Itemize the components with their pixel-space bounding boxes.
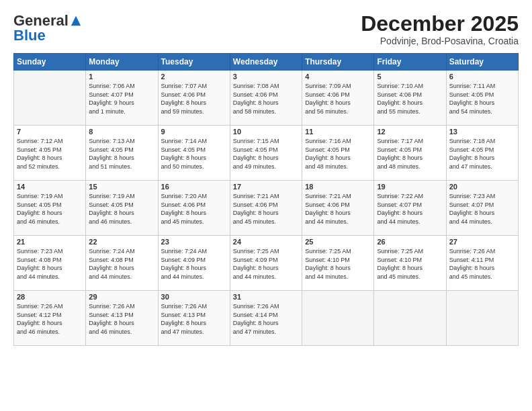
col-header-monday: Monday xyxy=(86,54,158,71)
day-cell: 15Sunrise: 7:19 AMSunset: 4:05 PMDayligh… xyxy=(86,181,158,236)
day-info: Sunrise: 7:20 AMSunset: 4:06 PMDaylight:… xyxy=(161,192,227,226)
day-info: Sunrise: 7:23 AMSunset: 4:08 PMDaylight:… xyxy=(17,247,83,281)
day-cell: 4Sunrise: 7:09 AMSunset: 4:06 PMDaylight… xyxy=(302,71,374,126)
week-row-4: 21Sunrise: 7:23 AMSunset: 4:08 PMDayligh… xyxy=(14,236,519,291)
day-info: Sunrise: 7:11 AMSunset: 4:05 PMDaylight:… xyxy=(449,82,515,116)
title-block: December 2025 Podvinje, Brod-Posavina, C… xyxy=(361,12,519,46)
day-cell: 26Sunrise: 7:25 AMSunset: 4:10 PMDayligh… xyxy=(374,236,446,291)
day-cell: 1Sunrise: 7:06 AMSunset: 4:07 PMDaylight… xyxy=(86,71,158,126)
day-cell: 29Sunrise: 7:26 AMSunset: 4:13 PMDayligh… xyxy=(86,291,158,346)
day-info: Sunrise: 7:12 AMSunset: 4:05 PMDaylight:… xyxy=(17,137,83,171)
calendar-table: SundayMondayTuesdayWednesdayThursdayFrid… xyxy=(13,53,519,346)
svg-marker-0 xyxy=(71,16,81,26)
day-cell: 20Sunrise: 7:23 AMSunset: 4:07 PMDayligh… xyxy=(446,181,518,236)
day-cell xyxy=(302,291,374,346)
day-cell: 17Sunrise: 7:21 AMSunset: 4:06 PMDayligh… xyxy=(230,181,302,236)
day-number: 14 xyxy=(17,183,83,191)
day-info: Sunrise: 7:26 AMSunset: 4:13 PMDaylight:… xyxy=(161,302,227,336)
day-cell: 14Sunrise: 7:19 AMSunset: 4:05 PMDayligh… xyxy=(14,181,86,236)
day-info: Sunrise: 7:18 AMSunset: 4:05 PMDaylight:… xyxy=(449,137,515,171)
week-row-2: 7Sunrise: 7:12 AMSunset: 4:05 PMDaylight… xyxy=(14,126,519,181)
week-row-1: 1Sunrise: 7:06 AMSunset: 4:07 PMDaylight… xyxy=(14,71,519,126)
day-info: Sunrise: 7:07 AMSunset: 4:06 PMDaylight:… xyxy=(161,82,227,116)
day-cell: 7Sunrise: 7:12 AMSunset: 4:05 PMDaylight… xyxy=(14,126,86,181)
day-info: Sunrise: 7:26 AMSunset: 4:14 PMDaylight:… xyxy=(233,302,299,336)
day-number: 21 xyxy=(17,238,83,246)
day-cell: 3Sunrise: 7:08 AMSunset: 4:06 PMDaylight… xyxy=(230,71,302,126)
day-cell: 5Sunrise: 7:10 AMSunset: 4:06 PMDaylight… xyxy=(374,71,446,126)
day-number: 15 xyxy=(89,183,154,191)
day-info: Sunrise: 7:06 AMSunset: 4:07 PMDaylight:… xyxy=(89,82,154,116)
day-number: 9 xyxy=(161,128,227,136)
col-header-sunday: Sunday xyxy=(14,54,86,71)
day-info: Sunrise: 7:19 AMSunset: 4:05 PMDaylight:… xyxy=(89,192,154,226)
day-info: Sunrise: 7:24 AMSunset: 4:09 PMDaylight:… xyxy=(161,247,227,281)
day-info: Sunrise: 7:26 AMSunset: 4:13 PMDaylight:… xyxy=(89,302,154,336)
day-cell: 6Sunrise: 7:11 AMSunset: 4:05 PMDaylight… xyxy=(446,71,518,126)
day-number: 17 xyxy=(233,183,299,191)
header: General Blue December 2025 Podvinje, Bro… xyxy=(13,12,519,46)
logo-blue-text: Blue xyxy=(13,27,46,44)
col-header-wednesday: Wednesday xyxy=(230,54,302,71)
day-cell: 11Sunrise: 7:16 AMSunset: 4:05 PMDayligh… xyxy=(302,126,374,181)
day-cell: 19Sunrise: 7:22 AMSunset: 4:07 PMDayligh… xyxy=(374,181,446,236)
day-number: 22 xyxy=(89,238,154,246)
subtitle: Podvinje, Brod-Posavina, Croatia xyxy=(361,36,519,46)
logo: General Blue xyxy=(13,12,82,44)
day-info: Sunrise: 7:15 AMSunset: 4:05 PMDaylight:… xyxy=(233,137,299,171)
logo-icon xyxy=(70,15,82,27)
day-cell: 25Sunrise: 7:25 AMSunset: 4:10 PMDayligh… xyxy=(302,236,374,291)
day-info: Sunrise: 7:13 AMSunset: 4:05 PMDaylight:… xyxy=(89,137,154,171)
day-number: 3 xyxy=(233,73,299,81)
day-number: 23 xyxy=(161,238,227,246)
day-number: 27 xyxy=(449,238,515,246)
day-cell xyxy=(446,291,518,346)
day-info: Sunrise: 7:16 AMSunset: 4:05 PMDaylight:… xyxy=(305,137,371,171)
day-cell: 28Sunrise: 7:26 AMSunset: 4:12 PMDayligh… xyxy=(14,291,86,346)
day-number: 12 xyxy=(377,128,443,136)
day-info: Sunrise: 7:08 AMSunset: 4:06 PMDaylight:… xyxy=(233,82,299,116)
day-number: 19 xyxy=(377,183,443,191)
day-number: 1 xyxy=(89,73,154,81)
day-number: 11 xyxy=(305,128,371,136)
day-info: Sunrise: 7:21 AMSunset: 4:06 PMDaylight:… xyxy=(233,192,299,226)
day-number: 30 xyxy=(161,293,227,301)
day-number: 24 xyxy=(233,238,299,246)
day-info: Sunrise: 7:25 AMSunset: 4:09 PMDaylight:… xyxy=(233,247,299,281)
day-info: Sunrise: 7:23 AMSunset: 4:07 PMDaylight:… xyxy=(449,192,515,226)
day-cell: 24Sunrise: 7:25 AMSunset: 4:09 PMDayligh… xyxy=(230,236,302,291)
day-number: 31 xyxy=(233,293,299,301)
month-title: December 2025 xyxy=(361,12,519,36)
day-cell: 9Sunrise: 7:14 AMSunset: 4:05 PMDaylight… xyxy=(158,126,230,181)
day-info: Sunrise: 7:26 AMSunset: 4:12 PMDaylight:… xyxy=(17,302,83,336)
week-row-5: 28Sunrise: 7:26 AMSunset: 4:12 PMDayligh… xyxy=(14,291,519,346)
day-number: 20 xyxy=(449,183,515,191)
day-number: 25 xyxy=(305,238,371,246)
day-cell xyxy=(374,291,446,346)
day-cell: 2Sunrise: 7:07 AMSunset: 4:06 PMDaylight… xyxy=(158,71,230,126)
day-info: Sunrise: 7:19 AMSunset: 4:05 PMDaylight:… xyxy=(17,192,83,226)
day-number: 4 xyxy=(305,73,371,81)
day-cell: 23Sunrise: 7:24 AMSunset: 4:09 PMDayligh… xyxy=(158,236,230,291)
day-info: Sunrise: 7:21 AMSunset: 4:06 PMDaylight:… xyxy=(305,192,371,226)
day-info: Sunrise: 7:22 AMSunset: 4:07 PMDaylight:… xyxy=(377,192,443,226)
col-header-saturday: Saturday xyxy=(446,54,518,71)
day-info: Sunrise: 7:24 AMSunset: 4:08 PMDaylight:… xyxy=(89,247,154,281)
day-number: 13 xyxy=(449,128,515,136)
day-info: Sunrise: 7:14 AMSunset: 4:05 PMDaylight:… xyxy=(161,137,227,171)
day-cell: 30Sunrise: 7:26 AMSunset: 4:13 PMDayligh… xyxy=(158,291,230,346)
day-cell: 18Sunrise: 7:21 AMSunset: 4:06 PMDayligh… xyxy=(302,181,374,236)
day-cell: 10Sunrise: 7:15 AMSunset: 4:05 PMDayligh… xyxy=(230,126,302,181)
day-cell: 8Sunrise: 7:13 AMSunset: 4:05 PMDaylight… xyxy=(86,126,158,181)
week-row-3: 14Sunrise: 7:19 AMSunset: 4:05 PMDayligh… xyxy=(14,181,519,236)
day-cell xyxy=(14,71,86,126)
day-number: 8 xyxy=(89,128,154,136)
day-info: Sunrise: 7:25 AMSunset: 4:10 PMDaylight:… xyxy=(377,247,443,281)
day-number: 28 xyxy=(17,293,83,301)
day-number: 10 xyxy=(233,128,299,136)
day-info: Sunrise: 7:25 AMSunset: 4:10 PMDaylight:… xyxy=(305,247,371,281)
day-info: Sunrise: 7:26 AMSunset: 4:11 PMDaylight:… xyxy=(449,247,515,281)
page: General Blue December 2025 Podvinje, Bro… xyxy=(0,0,532,411)
day-cell: 27Sunrise: 7:26 AMSunset: 4:11 PMDayligh… xyxy=(446,236,518,291)
day-number: 26 xyxy=(377,238,443,246)
